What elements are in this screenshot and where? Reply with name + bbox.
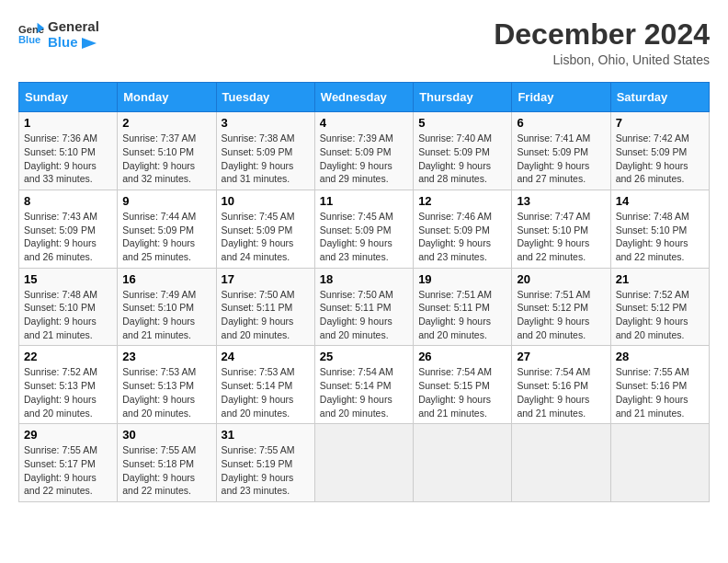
day-cell: 9 Sunrise: 7:44 AM Sunset: 5:09 PM Dayli… [118,190,216,268]
day-cell: 29 Sunrise: 7:55 AM Sunset: 5:17 PM Dayl… [19,424,118,502]
day-detail: Sunrise: 7:52 AM Sunset: 5:12 PM Dayligh… [616,288,704,342]
day-number: 11 [320,194,408,208]
day-cell: 4 Sunrise: 7:39 AM Sunset: 5:09 PM Dayli… [314,112,413,190]
day-number: 10 [222,194,310,208]
day-number: 24 [222,350,310,363]
day-detail: Sunrise: 7:46 AM Sunset: 5:09 PM Dayligh… [418,210,506,264]
day-cell: 19 Sunrise: 7:51 AM Sunset: 5:11 PM Dayl… [414,268,512,346]
day-detail: Sunrise: 7:47 AM Sunset: 5:10 PM Dayligh… [517,210,605,264]
day-cell: 18 Sunrise: 7:50 AM Sunset: 5:11 PM Dayl… [314,268,413,346]
day-number: 13 [517,194,605,208]
day-detail: Sunrise: 7:49 AM Sunset: 5:10 PM Dayligh… [122,288,210,342]
day-detail: Sunrise: 7:54 AM Sunset: 5:16 PM Dayligh… [517,365,605,419]
day-detail: Sunrise: 7:42 AM Sunset: 5:09 PM Dayligh… [616,132,704,186]
day-detail: Sunrise: 7:53 AM Sunset: 5:14 PM Dayligh… [222,365,310,419]
day-number: 17 [222,272,310,286]
empty-day-cell [414,424,512,502]
day-detail: Sunrise: 7:54 AM Sunset: 5:14 PM Dayligh… [320,365,408,419]
day-number: 22 [24,350,112,363]
day-cell: 12 Sunrise: 7:46 AM Sunset: 5:09 PM Dayl… [414,190,512,268]
day-detail: Sunrise: 7:51 AM Sunset: 5:11 PM Dayligh… [418,288,506,342]
day-number: 9 [122,194,210,208]
col-tuesday: Tuesday [216,83,314,112]
col-sunday: Sunday [19,83,118,112]
day-detail: Sunrise: 7:43 AM Sunset: 5:09 PM Dayligh… [24,210,112,264]
day-detail: Sunrise: 7:50 AM Sunset: 5:11 PM Dayligh… [222,288,310,342]
day-detail: Sunrise: 7:55 AM Sunset: 5:19 PM Dayligh… [222,443,310,498]
logo-blue: Blue [48,34,99,50]
day-number: 29 [24,428,112,442]
day-detail: Sunrise: 7:36 AM Sunset: 5:10 PM Dayligh… [24,132,112,186]
day-number: 15 [24,272,112,286]
day-number: 14 [616,194,704,208]
day-cell: 15 Sunrise: 7:48 AM Sunset: 5:10 PM Dayl… [19,268,118,346]
day-detail: Sunrise: 7:51 AM Sunset: 5:12 PM Dayligh… [517,288,605,342]
calendar-header-row: Sunday Monday Tuesday Wednesday Thursday… [19,83,710,112]
day-detail: Sunrise: 7:55 AM Sunset: 5:18 PM Dayligh… [122,443,210,498]
day-number: 18 [320,272,408,286]
day-number: 5 [418,116,506,130]
day-number: 25 [320,350,408,363]
day-number: 21 [616,272,704,286]
day-cell: 25 Sunrise: 7:54 AM Sunset: 5:14 PM Dayl… [314,346,413,424]
location: Lisbon, Ohio, United States [494,52,710,67]
day-cell: 31 Sunrise: 7:55 AM Sunset: 5:19 PM Dayl… [216,424,314,502]
calendar-week-row: 22 Sunrise: 7:52 AM Sunset: 5:13 PM Dayl… [19,346,710,424]
day-detail: Sunrise: 7:50 AM Sunset: 5:11 PM Dayligh… [320,288,408,342]
day-number: 8 [24,194,112,208]
day-number: 7 [616,116,704,130]
day-number: 30 [122,428,210,442]
svg-text:Blue: Blue [18,34,40,45]
day-cell: 10 Sunrise: 7:45 AM Sunset: 5:09 PM Dayl… [216,190,314,268]
day-number: 2 [122,116,210,130]
day-number: 12 [418,194,506,208]
day-cell: 3 Sunrise: 7:38 AM Sunset: 5:09 PM Dayli… [216,112,314,190]
empty-day-cell [314,424,413,502]
col-thursday: Thursday [414,83,512,112]
day-detail: Sunrise: 7:55 AM Sunset: 5:16 PM Dayligh… [616,365,704,419]
logo-arrow-icon [82,38,97,49]
day-cell: 28 Sunrise: 7:55 AM Sunset: 5:16 PM Dayl… [610,346,709,424]
day-detail: Sunrise: 7:54 AM Sunset: 5:15 PM Dayligh… [418,365,506,419]
day-cell: 5 Sunrise: 7:40 AM Sunset: 5:09 PM Dayli… [414,112,512,190]
day-detail: Sunrise: 7:53 AM Sunset: 5:13 PM Dayligh… [122,365,210,419]
day-detail: Sunrise: 7:52 AM Sunset: 5:13 PM Dayligh… [24,365,112,419]
day-number: 31 [222,428,310,442]
day-cell: 16 Sunrise: 7:49 AM Sunset: 5:10 PM Dayl… [118,268,216,346]
svg-marker-3 [82,38,97,49]
page-header: General Blue General Blue December 2024 … [18,18,710,67]
day-cell: 11 Sunrise: 7:45 AM Sunset: 5:09 PM Dayl… [314,190,413,268]
day-cell: 14 Sunrise: 7:48 AM Sunset: 5:10 PM Dayl… [610,190,709,268]
day-cell: 20 Sunrise: 7:51 AM Sunset: 5:12 PM Dayl… [512,268,610,346]
day-cell: 24 Sunrise: 7:53 AM Sunset: 5:14 PM Dayl… [216,346,314,424]
day-cell: 23 Sunrise: 7:53 AM Sunset: 5:13 PM Dayl… [118,346,216,424]
calendar-table: Sunday Monday Tuesday Wednesday Thursday… [18,82,710,502]
day-cell: 27 Sunrise: 7:54 AM Sunset: 5:16 PM Dayl… [512,346,610,424]
col-saturday: Saturday [610,83,709,112]
day-detail: Sunrise: 7:40 AM Sunset: 5:09 PM Dayligh… [418,132,506,186]
day-number: 28 [616,350,704,363]
day-cell: 17 Sunrise: 7:50 AM Sunset: 5:11 PM Dayl… [216,268,314,346]
day-cell: 2 Sunrise: 7:37 AM Sunset: 5:10 PM Dayli… [118,112,216,190]
col-monday: Monday [118,83,216,112]
logo: General Blue General Blue [18,18,99,50]
day-cell: 1 Sunrise: 7:36 AM Sunset: 5:10 PM Dayli… [19,112,118,190]
day-cell: 6 Sunrise: 7:41 AM Sunset: 5:09 PM Dayli… [512,112,610,190]
day-number: 23 [122,350,210,363]
day-detail: Sunrise: 7:38 AM Sunset: 5:09 PM Dayligh… [222,132,310,186]
day-number: 19 [418,272,506,286]
col-friday: Friday [512,83,610,112]
day-number: 4 [320,116,408,130]
day-cell: 30 Sunrise: 7:55 AM Sunset: 5:18 PM Dayl… [118,424,216,502]
calendar-week-row: 8 Sunrise: 7:43 AM Sunset: 5:09 PM Dayli… [19,190,710,268]
day-cell: 7 Sunrise: 7:42 AM Sunset: 5:09 PM Dayli… [610,112,709,190]
day-detail: Sunrise: 7:39 AM Sunset: 5:09 PM Dayligh… [320,132,408,186]
day-number: 1 [24,116,112,130]
day-detail: Sunrise: 7:45 AM Sunset: 5:09 PM Dayligh… [320,210,408,264]
day-number: 26 [418,350,506,363]
day-detail: Sunrise: 7:45 AM Sunset: 5:09 PM Dayligh… [222,210,310,264]
empty-day-cell [512,424,610,502]
empty-day-cell [610,424,709,502]
calendar-week-row: 1 Sunrise: 7:36 AM Sunset: 5:10 PM Dayli… [19,112,710,190]
month-title: December 2024 [494,18,710,51]
